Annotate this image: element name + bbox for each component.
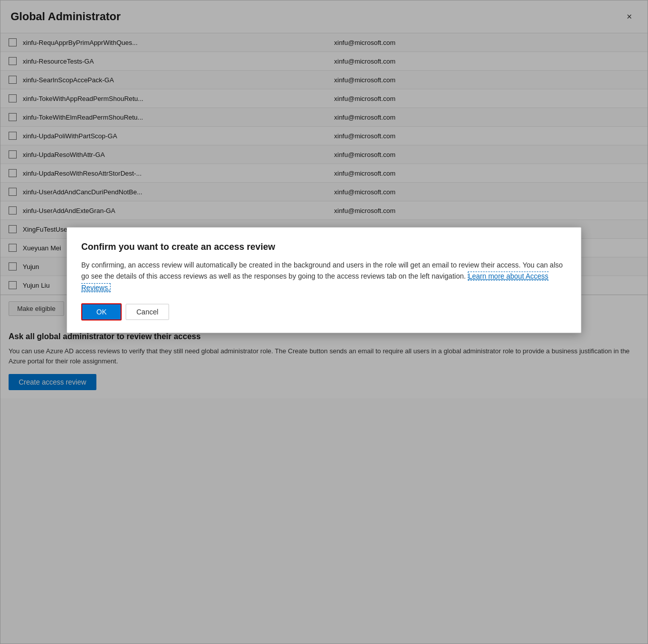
dialog-actions: OK Cancel <box>81 303 567 320</box>
dialog-body: By confirming, an access review will aut… <box>81 259 567 293</box>
confirm-dialog: Confirm you want to create an access rev… <box>67 227 581 333</box>
ok-button[interactable]: OK <box>81 303 122 320</box>
dialog-title: Confirm you want to create an access rev… <box>81 242 567 252</box>
cancel-button[interactable]: Cancel <box>126 304 169 320</box>
